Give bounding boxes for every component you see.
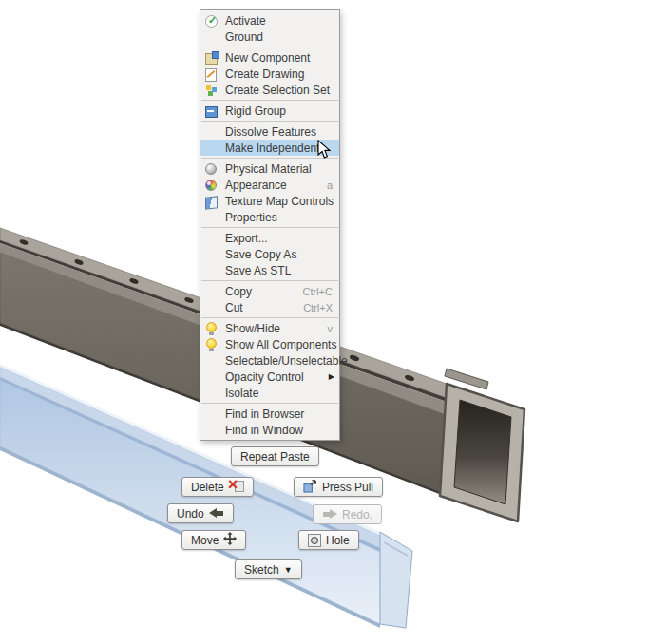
menu-item-label: Copy xyxy=(225,285,252,298)
menu-item-label: New Component xyxy=(225,51,310,65)
show-all-icon xyxy=(205,338,219,351)
menu-item-dissolve-features[interactable]: Dissolve Features xyxy=(200,123,339,140)
button-label: Move xyxy=(191,534,219,547)
menu-item-label: Find in Browser xyxy=(225,407,304,421)
undo-button[interactable]: Undo xyxy=(167,503,234,523)
menu-item-show-all-components[interactable]: Show All Components xyxy=(200,336,339,352)
menu-item-find-in-window[interactable]: Find in Window xyxy=(200,422,339,438)
texture-map-icon xyxy=(205,195,219,208)
hole-button[interactable]: Hole xyxy=(298,530,359,550)
menu-item-label: Show/Hide xyxy=(225,322,280,335)
menu-item-label: Texture Map Controls xyxy=(225,195,334,208)
create-drawing-icon xyxy=(205,67,219,81)
menu-item-label: Export... xyxy=(225,232,268,245)
icon-spacer xyxy=(205,301,219,314)
delete-icon xyxy=(229,480,244,494)
context-menu: Activate Ground New Component Create Dra… xyxy=(200,9,340,441)
menu-item-label: Show All Components xyxy=(225,338,336,351)
menu-item-save-as-stl[interactable]: Save As STL xyxy=(200,262,339,278)
undo-icon xyxy=(209,508,224,519)
mouse-cursor xyxy=(317,140,332,161)
button-label: Undo xyxy=(177,507,204,521)
menu-shortcut: Ctrl+X xyxy=(303,302,333,313)
menu-item-cut[interactable]: Cut Ctrl+X xyxy=(200,299,339,315)
menu-item-export[interactable]: Export... xyxy=(200,230,339,246)
menu-item-isolate[interactable]: Isolate xyxy=(200,385,339,401)
menu-item-rigid-group[interactable]: Rigid Group xyxy=(200,103,339,119)
menu-item-label: Make Independent xyxy=(225,142,319,155)
menu-item-label: Rigid Group xyxy=(225,104,286,118)
menu-item-physical-material[interactable]: Physical Material xyxy=(200,161,339,177)
icon-spacer xyxy=(205,30,219,44)
menu-separator xyxy=(201,100,338,101)
tube-end-cap xyxy=(440,384,524,521)
dropdown-icon: ▼ xyxy=(284,565,293,575)
menu-item-label: Create Selection Set xyxy=(225,84,330,97)
icon-spacer xyxy=(205,264,219,277)
menu-item-appearance[interactable]: Appearance a xyxy=(200,177,339,193)
icon-spacer xyxy=(205,211,219,224)
redo-icon xyxy=(322,509,337,520)
move-button[interactable]: Move xyxy=(181,530,246,550)
move-icon xyxy=(223,532,237,548)
icon-spacer xyxy=(205,142,219,155)
menu-item-label: Cut xyxy=(225,301,243,314)
menu-item-ground[interactable]: Ground xyxy=(200,28,339,45)
submenu-arrow-icon: ▶ xyxy=(329,369,334,385)
menu-separator xyxy=(201,317,338,318)
press-pull-button[interactable]: Press Pull xyxy=(294,477,383,497)
menu-item-label: Save As STL xyxy=(225,264,291,277)
icon-spacer xyxy=(205,232,219,245)
sketch-button[interactable]: Sketch ▼ xyxy=(235,559,302,579)
icon-spacer xyxy=(205,407,219,421)
rigid-group-icon xyxy=(205,104,219,118)
menu-shortcut: a xyxy=(327,180,333,191)
redo-button[interactable]: Redo. xyxy=(313,504,382,524)
menu-separator xyxy=(201,403,338,404)
button-label: Press Pull xyxy=(322,481,373,494)
menu-item-label: Find in Window xyxy=(225,424,303,437)
menu-item-texture-map-controls[interactable]: Texture Map Controls xyxy=(200,193,339,209)
press-pull-icon xyxy=(303,479,317,496)
menu-separator xyxy=(201,280,338,281)
menu-item-new-component[interactable]: New Component xyxy=(200,49,339,66)
activate-icon xyxy=(205,14,219,28)
menu-item-label: Activate xyxy=(225,14,266,28)
delete-button[interactable]: Delete xyxy=(181,477,254,497)
hole-icon xyxy=(308,534,321,547)
menu-item-create-drawing[interactable]: Create Drawing xyxy=(200,66,339,82)
button-label: Delete xyxy=(191,481,224,494)
button-label: Redo. xyxy=(342,508,372,521)
physical-material-icon xyxy=(205,162,219,176)
icon-spacer xyxy=(205,125,219,139)
menu-item-label: Properties xyxy=(225,211,277,224)
icon-spacer xyxy=(205,248,219,261)
menu-item-activate[interactable]: Activate xyxy=(200,12,339,28)
menu-shortcut: v xyxy=(328,323,334,334)
menu-item-label: Selectable/Unselectable xyxy=(225,354,348,368)
repeat-paste-button[interactable]: Repeat Paste xyxy=(231,446,319,466)
button-label: Sketch xyxy=(244,563,279,577)
new-component-icon xyxy=(205,51,219,65)
menu-separator xyxy=(201,227,338,228)
show-hide-icon xyxy=(205,322,219,335)
menu-item-label: Ground xyxy=(225,30,263,44)
menu-shortcut: Ctrl+C xyxy=(303,286,333,297)
menu-item-label: Dissolve Features xyxy=(225,125,316,139)
appearance-icon xyxy=(205,179,219,192)
icon-spacer xyxy=(205,285,219,298)
menu-item-label: Appearance xyxy=(225,179,287,192)
menu-separator xyxy=(201,121,338,122)
icon-spacer xyxy=(205,370,219,384)
menu-item-copy[interactable]: Copy Ctrl+C xyxy=(200,283,339,299)
menu-item-label: Opacity Control xyxy=(225,370,304,384)
menu-item-show-hide[interactable]: Show/Hide v xyxy=(200,320,339,336)
menu-item-properties[interactable]: Properties xyxy=(200,209,339,225)
menu-item-opacity-control[interactable]: Opacity Control ▶ xyxy=(200,369,339,385)
icon-spacer xyxy=(205,387,219,400)
menu-item-find-in-browser[interactable]: Find in Browser xyxy=(200,406,339,422)
menu-item-save-copy-as[interactable]: Save Copy As xyxy=(200,246,339,262)
menu-item-selectable-unselectable[interactable]: Selectable/Unselectable xyxy=(200,352,339,369)
menu-item-create-selection-set[interactable]: Create Selection Set xyxy=(200,82,339,98)
create-selection-set-icon xyxy=(205,84,219,97)
